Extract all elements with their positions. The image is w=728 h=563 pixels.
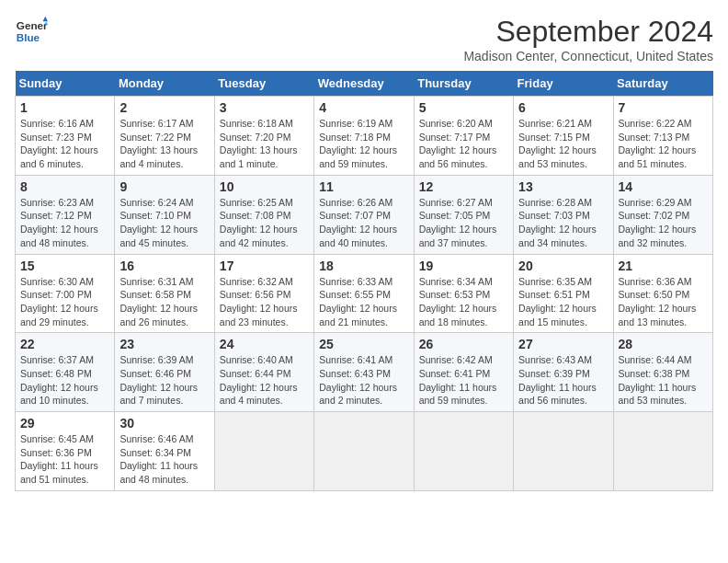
calendar-cell: 12Sunrise: 6:27 AMSunset: 7:05 PMDayligh… xyxy=(414,175,513,254)
day-detail: Sunrise: 6:18 AMSunset: 7:20 PMDaylight:… xyxy=(220,117,309,171)
logo: General Blue xyxy=(15,15,48,48)
day-number: 28 xyxy=(619,337,708,351)
day-number: 29 xyxy=(20,416,109,431)
calendar-cell: 16Sunrise: 6:31 AMSunset: 6:58 PMDayligh… xyxy=(115,254,214,333)
calendar-cell: 3Sunrise: 6:18 AMSunset: 7:20 PMDaylight… xyxy=(214,97,313,176)
day-number: 18 xyxy=(319,259,408,273)
month-title: September 2024 xyxy=(463,15,713,49)
day-detail: Sunrise: 6:26 AMSunset: 7:07 PMDaylight:… xyxy=(319,196,408,250)
weekday-header-row: SundayMondayTuesdayWednesdayThursdayFrid… xyxy=(16,71,713,97)
week-row: 29Sunrise: 6:45 AMSunset: 6:36 PMDayligh… xyxy=(16,412,713,491)
day-number: 5 xyxy=(419,100,508,115)
calendar-cell: 9Sunrise: 6:24 AMSunset: 7:10 PMDaylight… xyxy=(115,175,214,254)
day-number: 13 xyxy=(518,179,608,194)
day-number: 3 xyxy=(220,100,309,115)
day-number: 8 xyxy=(20,179,109,194)
calendar-cell: 27Sunrise: 6:43 AMSunset: 6:39 PMDayligh… xyxy=(514,333,613,412)
weekday-header: Monday xyxy=(115,71,214,97)
calendar-cell: 11Sunrise: 6:26 AMSunset: 7:07 PMDayligh… xyxy=(314,175,414,254)
day-detail: Sunrise: 6:39 AMSunset: 6:46 PMDaylight:… xyxy=(119,353,209,408)
day-detail: Sunrise: 6:21 AMSunset: 7:15 PMDaylight:… xyxy=(518,117,608,171)
calendar-cell: 4Sunrise: 6:19 AMSunset: 7:18 PMDaylight… xyxy=(314,97,414,176)
day-detail: Sunrise: 6:32 AMSunset: 6:56 PMDaylight:… xyxy=(220,275,309,329)
weekday-header: Sunday xyxy=(16,71,115,97)
day-detail: Sunrise: 6:35 AMSunset: 6:51 PMDaylight:… xyxy=(518,275,608,329)
day-detail: Sunrise: 6:17 AMSunset: 7:22 PMDaylight:… xyxy=(119,117,209,171)
weekday-header: Friday xyxy=(514,71,613,97)
day-detail: Sunrise: 6:19 AMSunset: 7:18 PMDaylight:… xyxy=(319,117,408,171)
calendar-cell: 21Sunrise: 6:36 AMSunset: 6:50 PMDayligh… xyxy=(613,254,712,333)
calendar-cell: 15Sunrise: 6:30 AMSunset: 7:00 PMDayligh… xyxy=(16,254,115,333)
day-number: 12 xyxy=(419,179,508,194)
title-area: September 2024 Madison Center, Connectic… xyxy=(463,15,713,63)
calendar-cell xyxy=(214,412,313,491)
week-row: 8Sunrise: 6:23 AMSunset: 7:12 PMDaylight… xyxy=(16,175,713,254)
day-detail: Sunrise: 6:34 AMSunset: 6:53 PMDaylight:… xyxy=(419,275,508,329)
day-number: 10 xyxy=(220,179,309,194)
day-detail: Sunrise: 6:23 AMSunset: 7:12 PMDaylight:… xyxy=(20,196,109,250)
weekday-header: Thursday xyxy=(414,71,513,97)
weekday-header: Tuesday xyxy=(214,71,313,97)
day-detail: Sunrise: 6:37 AMSunset: 6:48 PMDaylight:… xyxy=(20,353,109,408)
calendar-cell xyxy=(514,412,613,491)
day-number: 9 xyxy=(119,179,209,194)
day-number: 4 xyxy=(319,100,408,115)
logo-icon: General Blue xyxy=(15,15,48,48)
calendar-cell: 1Sunrise: 6:16 AMSunset: 7:23 PMDaylight… xyxy=(16,97,115,176)
day-number: 15 xyxy=(20,259,109,273)
day-number: 19 xyxy=(419,259,508,273)
day-number: 11 xyxy=(319,179,408,194)
day-detail: Sunrise: 6:31 AMSunset: 6:58 PMDaylight:… xyxy=(119,275,209,329)
calendar-cell: 28Sunrise: 6:44 AMSunset: 6:38 PMDayligh… xyxy=(613,333,712,412)
day-number: 25 xyxy=(319,337,408,351)
day-number: 16 xyxy=(119,259,209,273)
day-detail: Sunrise: 6:43 AMSunset: 6:39 PMDaylight:… xyxy=(518,353,608,408)
day-number: 6 xyxy=(518,100,608,115)
calendar-cell: 14Sunrise: 6:29 AMSunset: 7:02 PMDayligh… xyxy=(613,175,712,254)
day-number: 17 xyxy=(220,259,309,273)
calendar-cell: 5Sunrise: 6:20 AMSunset: 7:17 PMDaylight… xyxy=(414,97,513,176)
day-detail: Sunrise: 6:24 AMSunset: 7:10 PMDaylight:… xyxy=(119,196,209,250)
day-detail: Sunrise: 6:33 AMSunset: 6:55 PMDaylight:… xyxy=(319,275,408,329)
page-header: General Blue September 2024 Madison Cent… xyxy=(15,15,713,63)
calendar-cell: 13Sunrise: 6:28 AMSunset: 7:03 PMDayligh… xyxy=(514,175,613,254)
day-number: 26 xyxy=(419,337,508,351)
day-number: 22 xyxy=(20,337,109,351)
day-number: 27 xyxy=(518,337,608,351)
day-detail: Sunrise: 6:44 AMSunset: 6:38 PMDaylight:… xyxy=(619,353,708,408)
calendar-cell: 22Sunrise: 6:37 AMSunset: 6:48 PMDayligh… xyxy=(16,333,115,412)
location-title: Madison Center, Connecticut, United Stat… xyxy=(463,49,713,63)
week-row: 15Sunrise: 6:30 AMSunset: 7:00 PMDayligh… xyxy=(16,254,713,333)
day-detail: Sunrise: 6:30 AMSunset: 7:00 PMDaylight:… xyxy=(20,275,109,329)
day-detail: Sunrise: 6:29 AMSunset: 7:02 PMDaylight:… xyxy=(619,196,708,250)
day-number: 23 xyxy=(119,337,209,351)
calendar-cell: 7Sunrise: 6:22 AMSunset: 7:13 PMDaylight… xyxy=(613,97,712,176)
day-number: 7 xyxy=(619,100,708,115)
calendar-cell: 24Sunrise: 6:40 AMSunset: 6:44 PMDayligh… xyxy=(214,333,313,412)
calendar-cell: 18Sunrise: 6:33 AMSunset: 6:55 PMDayligh… xyxy=(314,254,414,333)
calendar-cell: 10Sunrise: 6:25 AMSunset: 7:08 PMDayligh… xyxy=(214,175,313,254)
day-detail: Sunrise: 6:16 AMSunset: 7:23 PMDaylight:… xyxy=(20,117,109,171)
svg-text:Blue: Blue xyxy=(17,31,40,43)
day-number: 20 xyxy=(518,259,608,273)
weekday-header: Saturday xyxy=(613,71,712,97)
calendar-cell: 6Sunrise: 6:21 AMSunset: 7:15 PMDaylight… xyxy=(514,97,613,176)
week-row: 22Sunrise: 6:37 AMSunset: 6:48 PMDayligh… xyxy=(16,333,713,412)
day-number: 24 xyxy=(220,337,309,351)
calendar-cell: 20Sunrise: 6:35 AMSunset: 6:51 PMDayligh… xyxy=(514,254,613,333)
calendar-cell: 2Sunrise: 6:17 AMSunset: 7:22 PMDaylight… xyxy=(115,97,214,176)
week-row: 1Sunrise: 6:16 AMSunset: 7:23 PMDaylight… xyxy=(16,97,713,176)
day-number: 21 xyxy=(619,259,708,273)
calendar-cell: 29Sunrise: 6:45 AMSunset: 6:36 PMDayligh… xyxy=(16,412,115,491)
calendar-cell xyxy=(613,412,712,491)
calendar-cell: 26Sunrise: 6:42 AMSunset: 6:41 PMDayligh… xyxy=(414,333,513,412)
weekday-header: Wednesday xyxy=(314,71,414,97)
calendar-cell xyxy=(414,412,513,491)
calendar-cell: 17Sunrise: 6:32 AMSunset: 6:56 PMDayligh… xyxy=(214,254,313,333)
calendar-cell: 19Sunrise: 6:34 AMSunset: 6:53 PMDayligh… xyxy=(414,254,513,333)
day-number: 14 xyxy=(619,179,708,194)
calendar-cell: 30Sunrise: 6:46 AMSunset: 6:34 PMDayligh… xyxy=(115,412,214,491)
day-detail: Sunrise: 6:42 AMSunset: 6:41 PMDaylight:… xyxy=(419,353,508,408)
day-detail: Sunrise: 6:28 AMSunset: 7:03 PMDaylight:… xyxy=(518,196,608,250)
day-detail: Sunrise: 6:46 AMSunset: 6:34 PMDaylight:… xyxy=(119,432,209,487)
